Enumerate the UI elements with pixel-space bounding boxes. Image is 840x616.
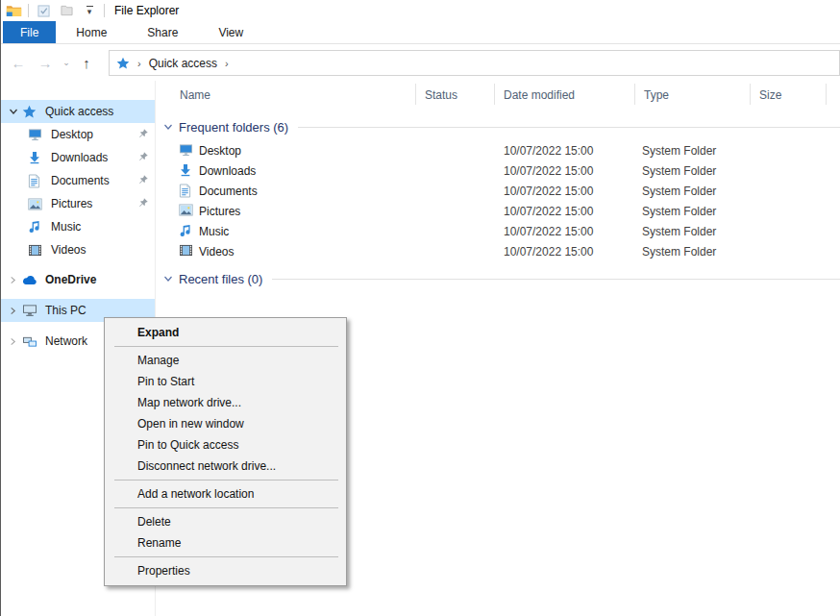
column-divider[interactable]: [494, 84, 495, 105]
column-header-type[interactable]: Type: [644, 88, 669, 102]
documents-icon: [28, 174, 45, 188]
column-divider[interactable]: [415, 84, 416, 105]
chevron-down-icon[interactable]: [9, 107, 20, 116]
videos-icon: [179, 244, 193, 259]
chevron-down-icon[interactable]: [163, 122, 173, 132]
back-button[interactable]: ←: [7, 55, 30, 71]
crumb-chevron-icon[interactable]: ›: [223, 58, 231, 69]
file-name: Documents: [199, 185, 258, 198]
explorer-logo-icon: [5, 3, 22, 18]
sidebar-item-label: Network: [45, 334, 87, 348]
chevron-down-icon[interactable]: [163, 274, 173, 283]
menu-item-delete[interactable]: Delete: [105, 511, 346, 532]
column-divider[interactable]: [826, 84, 827, 105]
column-headers: Name Status Date modified Type Size: [156, 81, 840, 110]
sidebar-item-onedrive[interactable]: OneDrive: [1, 268, 155, 291]
quick-access-star-icon: [22, 105, 39, 119]
new-folder-qat-button[interactable]: [58, 3, 75, 18]
menu-item-properties[interactable]: Properties: [105, 560, 346, 581]
downloads-icon: [28, 151, 45, 164]
chevron-right-icon[interactable]: [9, 307, 20, 315]
qat-separator: [104, 4, 105, 17]
group-rule: [272, 279, 840, 280]
sidebar-item-label: Documents: [51, 174, 110, 187]
properties-qat-button[interactable]: [35, 3, 52, 18]
breadcrumb[interactable]: › Quick access ›: [109, 50, 840, 76]
file-type: System Folder: [642, 205, 716, 218]
file-date-modified: 10/07/2022 15:00: [504, 144, 593, 158]
sidebar-item-label: Quick access: [45, 105, 113, 118]
menu-item-manage[interactable]: Manage: [105, 350, 346, 371]
file-row-documents[interactable]: Documents 10/07/2022 15:00 System Folder: [156, 182, 840, 202]
sidebar-item-quick-access[interactable]: Quick access: [1, 100, 155, 123]
menu-item-rename[interactable]: Rename: [105, 532, 346, 554]
file-date-modified: 10/07/2022 15:00: [504, 225, 593, 238]
sidebar-item-label: Music: [51, 220, 81, 234]
file-row-videos[interactable]: Videos 10/07/2022 15:00 System Folder: [156, 242, 840, 262]
pin-icon: [137, 128, 149, 142]
file-row-music[interactable]: Music 10/07/2022 15:00 System Folder: [156, 222, 840, 242]
group-title: Frequent folders (6): [179, 120, 288, 135]
menu-separator: [114, 480, 338, 480]
menu-item-pin-to-quick-access[interactable]: Pin to Quick access: [105, 434, 346, 456]
desktop-icon: [28, 128, 45, 141]
navigation-buttons: ← → ⌄ ↑: [7, 44, 97, 81]
this-pc-icon: [22, 304, 39, 317]
group-rule: [298, 127, 840, 128]
sidebar-item-label: OneDrive: [45, 273, 96, 286]
column-divider[interactable]: [750, 84, 751, 105]
customize-quick-access-toolbar-button[interactable]: ▾: [81, 3, 98, 18]
file-name: Desktop: [199, 144, 241, 158]
file-row-pictures[interactable]: Pictures 10/07/2022 15:00 System Folder: [156, 202, 840, 222]
onedrive-cloud-icon: [22, 275, 39, 285]
menu-item-pin-to-start[interactable]: Pin to Start: [105, 371, 346, 392]
chevron-right-icon[interactable]: [9, 276, 20, 284]
music-icon: [179, 224, 191, 240]
crumb-chevron-icon: ›: [136, 58, 143, 69]
file-explorer-window: ▾ File Explorer File Home Share View ← →…: [0, 0, 840, 616]
tab-view[interactable]: View: [198, 21, 263, 43]
pictures-icon: [179, 204, 193, 219]
forward-button[interactable]: →: [34, 55, 57, 71]
menu-item-expand[interactable]: Expand: [105, 322, 346, 343]
sidebar-item-label: This PC: [45, 304, 86, 317]
sidebar-item-label: Pictures: [51, 197, 92, 210]
tab-file[interactable]: File: [3, 21, 56, 43]
sidebar-item-music[interactable]: Music: [1, 215, 155, 238]
pin-icon: [137, 174, 149, 188]
pictures-icon: [28, 198, 45, 210]
sidebar-item-downloads[interactable]: Downloads: [1, 146, 155, 169]
this-pc-context-menu: Expand Manage Pin to Start Map network d…: [104, 317, 347, 586]
column-header-date-modified[interactable]: Date modified: [504, 88, 575, 102]
file-row-desktop[interactable]: Desktop 10/07/2022 15:00 System Folder: [156, 141, 840, 161]
breadcrumb-segment[interactable]: Quick access: [149, 57, 217, 70]
file-row-downloads[interactable]: Downloads 10/07/2022 15:00 System Folder: [156, 161, 840, 182]
sidebar-item-pictures[interactable]: Pictures: [1, 192, 155, 215]
menu-item-map-network-drive[interactable]: Map network drive...: [105, 392, 346, 413]
sidebar-item-videos[interactable]: Videos: [1, 238, 155, 261]
menu-item-add-a-network-location[interactable]: Add a network location: [105, 483, 346, 505]
up-button[interactable]: ↑: [76, 55, 97, 71]
file-date-modified: 10/07/2022 15:00: [504, 205, 593, 218]
column-header-status[interactable]: Status: [425, 88, 457, 102]
file-type: System Folder: [642, 164, 716, 178]
column-header-name[interactable]: Name: [180, 88, 210, 102]
sidebar-item-label: Desktop: [51, 128, 93, 141]
file-type: System Folder: [642, 144, 716, 158]
network-icon: [22, 335, 39, 348]
ribbon-tab-bar: File Home Share View: [1, 21, 840, 44]
menu-item-disconnect-network-drive[interactable]: Disconnect network drive...: [105, 456, 346, 477]
tab-home[interactable]: Home: [56, 21, 127, 43]
menu-item-open-in-new-window[interactable]: Open in new window: [105, 413, 346, 434]
column-header-size[interactable]: Size: [759, 88, 781, 102]
group-title: Recent files (0): [179, 272, 262, 286]
sidebar-item-desktop[interactable]: Desktop: [1, 123, 155, 146]
group-header-frequent-folders[interactable]: Frequent folders (6): [156, 117, 840, 136]
column-divider[interactable]: [634, 84, 635, 105]
recent-locations-dropdown[interactable]: ⌄: [61, 58, 72, 67]
videos-icon: [28, 244, 45, 257]
chevron-right-icon[interactable]: [9, 337, 20, 346]
group-header-recent-files[interactable]: Recent files (0): [156, 269, 840, 288]
tab-share[interactable]: Share: [127, 21, 198, 43]
sidebar-item-documents[interactable]: Documents: [1, 169, 155, 192]
